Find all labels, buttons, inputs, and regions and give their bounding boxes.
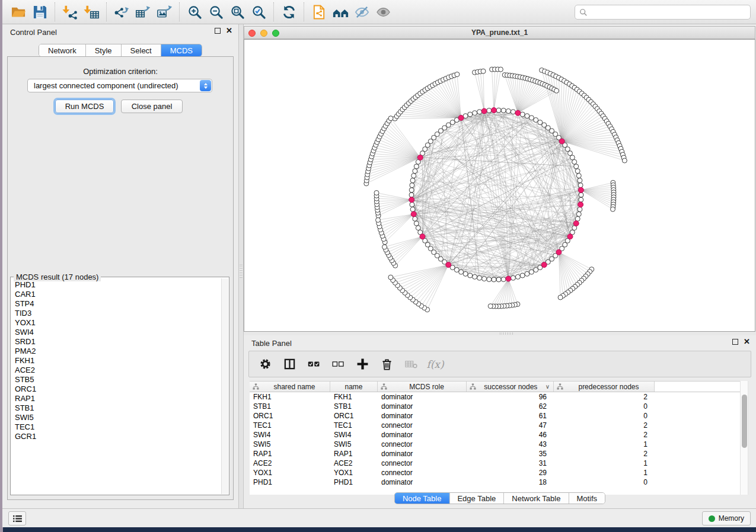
tab-style[interactable]: Style [86, 44, 122, 56]
mcds-result-item[interactable]: STB5 [15, 375, 221, 384]
mcds-result-item[interactable]: CAR1 [15, 290, 221, 299]
splitter-grip[interactable] [240, 265, 243, 278]
table-row[interactable]: STB1STB1dominator620 [250, 402, 741, 411]
cell-name[interactable]: STB1 [330, 402, 378, 411]
cell-predecessor-nodes[interactable]: 0 [554, 411, 655, 421]
tab-motifs[interactable]: Motifs [569, 493, 605, 504]
add-column-icon[interactable] [356, 358, 369, 371]
delete-column-icon[interactable] [380, 358, 393, 371]
cell-predecessor-nodes[interactable]: 2 [554, 449, 655, 459]
cell-shared-name[interactable]: TEC1 [250, 421, 330, 430]
mcds-result-item[interactable]: PMA2 [15, 347, 221, 356]
mcds-result-item[interactable]: TEC1 [15, 422, 221, 432]
mcds-result-item[interactable]: TID3 [15, 309, 221, 318]
mcds-result-item[interactable]: ORC1 [15, 384, 221, 394]
tab-network[interactable]: Network [39, 44, 86, 56]
cell-shared-name[interactable]: ORC1 [250, 411, 330, 421]
cell-MCDS-role[interactable]: connector [378, 468, 467, 477]
toggle-columns-icon[interactable] [283, 358, 296, 371]
cell-predecessor-nodes[interactable]: 2 [554, 392, 655, 402]
criterion-select[interactable]: largest connected component (undirected) [27, 79, 212, 92]
cell-shared-name[interactable]: ACE2 [250, 459, 330, 468]
cell-name[interactable]: PHD1 [330, 477, 378, 487]
cell-successor-nodes[interactable]: 18 [467, 477, 554, 487]
cell-name[interactable]: ACE2 [330, 459, 378, 468]
table-scrollbar[interactable] [740, 381, 748, 495]
mcds-result-list[interactable]: PHD1CAR1STP4TID3YOX1SWI4SRD1PMA2FKH1ACE2… [11, 278, 221, 494]
vertical-splitter[interactable] [238, 24, 244, 508]
mcds-result-item[interactable]: YOX1 [15, 318, 221, 328]
tab-edge-table[interactable]: Edge Table [449, 493, 504, 504]
zoom-in-icon[interactable] [184, 2, 205, 21]
table-row[interactable]: RAP1RAP1dominator352 [250, 449, 741, 459]
splitter-grip[interactable] [500, 332, 513, 335]
cell-predecessor-nodes[interactable]: 1 [554, 468, 655, 477]
search-input[interactable] [591, 8, 746, 17]
cell-predecessor-nodes[interactable]: 2 [554, 421, 655, 430]
column-header-name[interactable]: name [330, 382, 378, 392]
deselect-all-checkboxes-icon[interactable] [331, 358, 344, 371]
tab-node-table[interactable]: Node Table [395, 493, 450, 504]
cell-shared-name[interactable]: SWI4 [250, 430, 330, 440]
cell-successor-nodes[interactable]: 29 [467, 468, 554, 477]
mcds-result-item[interactable]: SWI4 [15, 328, 221, 337]
task-history-button[interactable] [8, 511, 26, 525]
open-session-icon[interactable] [8, 2, 29, 21]
close-panel-icon[interactable]: ✕ [226, 28, 232, 34]
search-box[interactable] [575, 5, 751, 20]
network-share-document-icon[interactable] [308, 2, 330, 21]
run-mcds-button[interactable]: Run MCDS [55, 100, 114, 113]
cell-successor-nodes[interactable]: 46 [467, 430, 554, 440]
cell-MCDS-role[interactable]: dominator [378, 430, 467, 440]
float-panel-icon[interactable] [732, 339, 738, 345]
cell-name[interactable]: SWI4 [330, 430, 378, 440]
cell-predecessor-nodes[interactable]: 0 [554, 402, 655, 411]
cell-successor-nodes[interactable]: 96 [467, 392, 554, 402]
table-row[interactable]: SWI4SWI4dominator462 [250, 430, 741, 440]
close-panel-icon[interactable]: ✕ [744, 339, 750, 345]
cell-MCDS-role[interactable]: dominator [378, 449, 467, 459]
export-image-icon[interactable] [154, 2, 175, 21]
hide-selected-icon[interactable] [351, 2, 372, 21]
mcds-result-item[interactable]: FKH1 [15, 356, 221, 366]
mcds-result-item[interactable]: SWI5 [15, 413, 221, 422]
tab-mcds[interactable]: MCDS [161, 44, 202, 56]
mcds-result-item[interactable]: PHD1 [15, 280, 221, 290]
mcds-result-item[interactable]: RAP1 [15, 394, 221, 403]
mcds-list-scrollbar[interactable] [221, 278, 228, 494]
table-row[interactable]: SWI5SWI5connector431 [250, 440, 741, 449]
memory-button[interactable]: Memory [702, 511, 751, 525]
cell-successor-nodes[interactable]: 62 [467, 402, 554, 411]
cell-successor-nodes[interactable]: 35 [467, 449, 554, 459]
cell-MCDS-role[interactable]: connector [378, 440, 467, 449]
tab-network-table[interactable]: Network Table [504, 493, 569, 504]
mcds-result-item[interactable]: STP4 [15, 299, 221, 309]
show-all-icon[interactable] [372, 2, 394, 21]
export-table-icon[interactable] [132, 2, 154, 21]
mcds-result-item[interactable]: SRD1 [15, 337, 221, 347]
cell-predecessor-nodes[interactable]: 1 [554, 459, 655, 468]
refresh-view-icon[interactable] [278, 2, 299, 21]
cell-successor-nodes[interactable]: 47 [467, 421, 554, 430]
cell-MCDS-role[interactable]: dominator [378, 402, 467, 411]
cell-shared-name[interactable]: FKH1 [250, 392, 330, 402]
cell-name[interactable]: YOX1 [330, 468, 378, 477]
column-header-MCDS-role[interactable]: MCDS role [378, 382, 467, 392]
cell-shared-name[interactable]: YOX1 [250, 468, 330, 477]
cell-MCDS-role[interactable]: dominator [378, 392, 467, 402]
cell-successor-nodes[interactable]: 43 [467, 440, 554, 449]
table-row[interactable]: TEC1TEC1connector472 [250, 421, 741, 430]
export-network-icon[interactable] [111, 2, 132, 21]
table-row[interactable]: ORC1ORC1dominator610 [250, 411, 741, 421]
zoom-fit-icon[interactable] [227, 2, 248, 21]
tab-select[interactable]: Select [122, 44, 161, 56]
cell-MCDS-role[interactable]: dominator [378, 477, 467, 487]
zoom-selected-icon[interactable] [248, 2, 269, 21]
save-session-icon[interactable] [29, 2, 50, 21]
table-row[interactable]: PHD1PHD1dominator180 [250, 477, 741, 487]
import-network-icon[interactable] [59, 2, 81, 21]
cell-name[interactable]: SWI5 [330, 440, 378, 449]
column-header-predecessor-nodes[interactable]: predecessor nodes [554, 382, 655, 392]
cell-name[interactable]: ORC1 [330, 411, 378, 421]
float-panel-icon[interactable] [215, 28, 221, 34]
